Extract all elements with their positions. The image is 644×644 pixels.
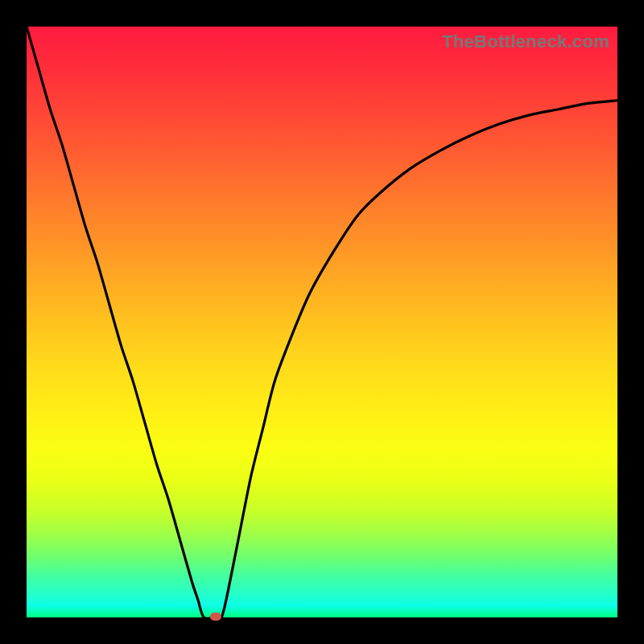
- bottleneck-curve: [27, 27, 617, 617]
- optimum-marker: [210, 613, 221, 621]
- plot-area: TheBottleneck.com: [27, 27, 617, 617]
- chart-frame: TheBottleneck.com: [0, 0, 644, 644]
